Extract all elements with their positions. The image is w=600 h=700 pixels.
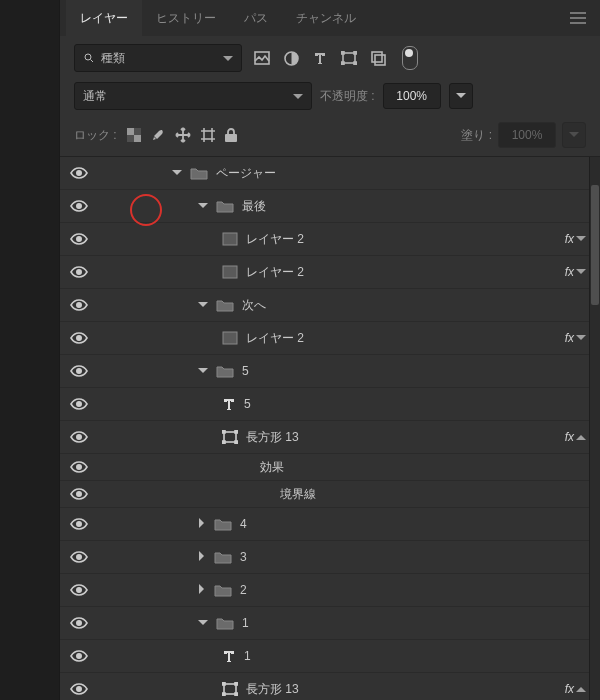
layer-row[interactable]: 1 bbox=[60, 607, 600, 640]
visibility-toggle[interactable] bbox=[64, 266, 94, 278]
layer-row[interactable]: レイヤー 2fx bbox=[60, 223, 600, 256]
fill-input[interactable]: 100% bbox=[498, 122, 556, 148]
expand-chevron-down-icon[interactable] bbox=[198, 199, 208, 213]
layer-row[interactable]: レイヤー 2fx bbox=[60, 322, 600, 355]
lock-label: ロック : bbox=[74, 127, 117, 144]
layer-row[interactable]: 次へ bbox=[60, 289, 600, 322]
expand-chevron-down-icon[interactable] bbox=[198, 616, 208, 630]
visibility-toggle[interactable] bbox=[64, 518, 94, 530]
filter-toggle[interactable] bbox=[402, 46, 418, 70]
expand-chevron-down-icon[interactable] bbox=[198, 364, 208, 378]
visibility-toggle[interactable] bbox=[64, 488, 94, 500]
visibility-toggle[interactable] bbox=[64, 461, 94, 473]
visibility-toggle[interactable] bbox=[64, 431, 94, 443]
effects-chevron-up-icon[interactable] bbox=[576, 430, 586, 444]
visibility-toggle[interactable] bbox=[64, 650, 94, 662]
layer-row[interactable]: 長方形 13fx bbox=[60, 673, 600, 700]
layer-name: レイヤー 2 bbox=[246, 264, 304, 281]
layer-name: 3 bbox=[240, 550, 247, 564]
layer-row[interactable]: ページャー bbox=[60, 157, 600, 190]
layer-name: 1 bbox=[242, 616, 249, 630]
svg-rect-29 bbox=[235, 430, 238, 433]
lock-all-icon[interactable] bbox=[225, 128, 237, 142]
type-thumb-icon bbox=[222, 649, 236, 663]
effects-chevron-down-icon[interactable] bbox=[576, 265, 586, 279]
lock-paint-icon[interactable] bbox=[151, 128, 165, 142]
layer-row[interactable]: 長方形 13fx bbox=[60, 421, 600, 454]
tab-channels[interactable]: チャンネル bbox=[282, 0, 370, 36]
svg-point-15 bbox=[77, 171, 81, 175]
effects-chevron-down-icon[interactable] bbox=[576, 232, 586, 246]
layer-row[interactable]: 5 bbox=[60, 388, 600, 421]
layer-row[interactable]: 効果 bbox=[60, 454, 600, 481]
folder-icon bbox=[216, 364, 234, 378]
effects-chevron-up-icon[interactable] bbox=[576, 682, 586, 696]
blend-mode-dropdown[interactable]: 通常 bbox=[74, 82, 312, 110]
filter-type-icon[interactable] bbox=[313, 51, 327, 65]
filter-pixel-icon[interactable] bbox=[254, 51, 270, 65]
expand-chevron-right-icon[interactable] bbox=[198, 517, 206, 531]
fill-caret[interactable] bbox=[562, 122, 586, 148]
visibility-toggle[interactable] bbox=[64, 365, 94, 377]
opacity-input[interactable]: 100% bbox=[383, 83, 441, 109]
expand-chevron-down-icon[interactable] bbox=[198, 298, 208, 312]
layer-row[interactable]: 3 bbox=[60, 541, 600, 574]
visibility-toggle[interactable] bbox=[64, 233, 94, 245]
expand-chevron-down-icon[interactable] bbox=[172, 166, 182, 180]
layer-name: 4 bbox=[240, 517, 247, 531]
expand-chevron-right-icon[interactable] bbox=[198, 550, 206, 564]
svg-rect-13 bbox=[204, 131, 212, 139]
scrollbar-thumb[interactable] bbox=[591, 185, 599, 305]
visibility-toggle[interactable] bbox=[64, 299, 94, 311]
filter-kind-label: 種類 bbox=[101, 50, 125, 67]
tab-history[interactable]: ヒストリー bbox=[142, 0, 230, 36]
visibility-toggle[interactable] bbox=[64, 551, 94, 563]
folder-icon bbox=[214, 583, 232, 597]
layer-row[interactable]: 1 bbox=[60, 640, 600, 673]
smart-thumb-icon bbox=[222, 232, 238, 246]
visibility-toggle[interactable] bbox=[64, 332, 94, 344]
filter-kind-dropdown[interactable]: 種類 bbox=[74, 44, 242, 72]
layer-row[interactable]: レイヤー 2fx bbox=[60, 256, 600, 289]
effects-chevron-down-icon[interactable] bbox=[576, 331, 586, 345]
layer-row[interactable]: 2 bbox=[60, 574, 600, 607]
filter-shape-icon[interactable] bbox=[341, 51, 357, 65]
visibility-toggle[interactable] bbox=[64, 167, 94, 179]
panel-menu-icon[interactable] bbox=[570, 12, 586, 24]
visibility-toggle[interactable] bbox=[64, 200, 94, 212]
layer-row[interactable]: 最後 bbox=[60, 190, 600, 223]
opacity-caret[interactable] bbox=[449, 83, 473, 109]
visibility-toggle[interactable] bbox=[64, 617, 94, 629]
expand-chevron-right-icon[interactable] bbox=[198, 583, 206, 597]
svg-rect-9 bbox=[375, 55, 385, 65]
lock-transparency-icon[interactable] bbox=[127, 128, 141, 142]
layer-name: 2 bbox=[240, 583, 247, 597]
lock-move-icon[interactable] bbox=[175, 127, 191, 143]
svg-point-17 bbox=[77, 237, 81, 241]
tab-paths[interactable]: パス bbox=[230, 0, 282, 36]
layer-name: 最後 bbox=[242, 198, 266, 215]
effects-badge: fx bbox=[565, 232, 574, 246]
svg-rect-40 bbox=[224, 684, 236, 694]
lock-artboard-icon[interactable] bbox=[201, 128, 215, 142]
layer-name: 次へ bbox=[242, 297, 266, 314]
scrollbar-track[interactable] bbox=[589, 157, 600, 700]
filter-adjust-icon[interactable] bbox=[284, 51, 299, 66]
svg-point-19 bbox=[77, 270, 81, 274]
shape-thumb-icon bbox=[222, 682, 238, 696]
svg-point-26 bbox=[77, 435, 81, 439]
svg-rect-18 bbox=[223, 233, 237, 245]
folder-icon bbox=[214, 517, 232, 531]
svg-rect-27 bbox=[224, 432, 236, 442]
visibility-toggle[interactable] bbox=[64, 584, 94, 596]
folder-icon bbox=[190, 166, 208, 180]
visibility-toggle[interactable] bbox=[64, 398, 94, 410]
visibility-toggle[interactable] bbox=[64, 683, 94, 695]
layer-row[interactable]: 5 bbox=[60, 355, 600, 388]
svg-rect-44 bbox=[235, 693, 238, 696]
tab-layers[interactable]: レイヤー bbox=[66, 0, 142, 36]
layer-filter-bar: 種類 bbox=[60, 36, 600, 78]
filter-smart-icon[interactable] bbox=[371, 51, 386, 66]
layer-row[interactable]: 4 bbox=[60, 508, 600, 541]
layer-row[interactable]: 境界線 bbox=[60, 481, 600, 508]
